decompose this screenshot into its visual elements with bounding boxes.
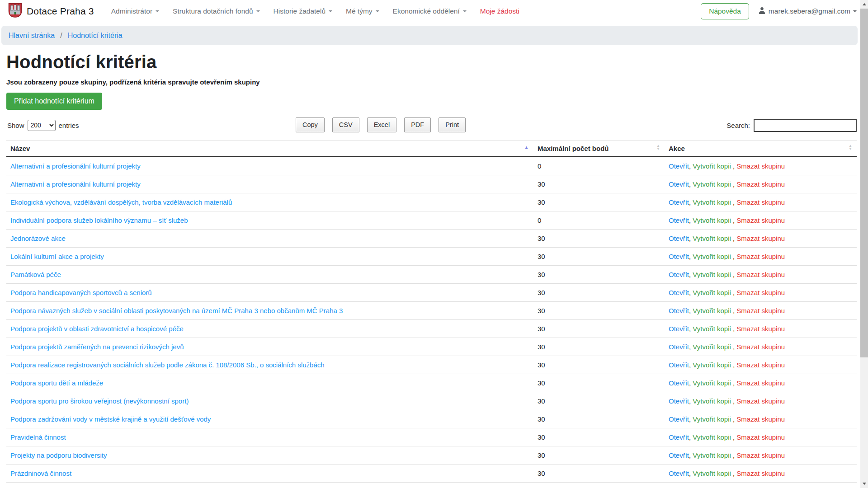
open-link[interactable]: Otevřít	[669, 361, 689, 369]
delete-group-link[interactable]: Smazat skupinu	[736, 289, 785, 296]
max-points-value: 30	[533, 193, 665, 211]
scroll-down-icon[interactable]	[860, 480, 868, 488]
open-link[interactable]: Otevřít	[669, 216, 689, 224]
create-copy-link[interactable]: Vytvořit kopii	[693, 307, 731, 314]
criterion-group-link[interactable]: Podpora projektů zaměřených na prevenci …	[10, 343, 184, 351]
criterion-group-link[interactable]: Podpora sportu dětí a mládeže	[10, 379, 103, 387]
create-copy-link[interactable]: Vytvořit kopii	[693, 180, 731, 188]
criterion-group-link[interactable]: Pravidelná činnost	[10, 433, 66, 441]
delete-group-link[interactable]: Smazat skupinu	[736, 361, 785, 369]
export-button[interactable]: Excel	[367, 117, 396, 132]
delete-group-link[interactable]: Smazat skupinu	[736, 271, 785, 278]
criterion-group-link[interactable]: Jednorázové akce	[10, 235, 66, 242]
scrollbar-thumb[interactable]	[860, 9, 868, 357]
criterion-group-link[interactable]: Projekty na podporu biodiversity	[10, 451, 107, 459]
open-link[interactable]: Otevřít	[669, 397, 689, 405]
create-copy-link[interactable]: Vytvořit kopii	[693, 415, 731, 423]
search-input[interactable]	[754, 119, 857, 132]
open-link[interactable]: Otevřít	[669, 271, 689, 278]
nav-dropdown-item[interactable]: Administrátor	[111, 7, 159, 15]
delete-group-link[interactable]: Smazat skupinu	[736, 469, 785, 477]
create-copy-link[interactable]: Vytvořit kopii	[693, 216, 731, 224]
delete-group-link[interactable]: Smazat skupinu	[736, 397, 785, 405]
export-button[interactable]: Copy	[296, 117, 325, 132]
open-link[interactable]: Otevřít	[669, 343, 689, 351]
create-copy-link[interactable]: Vytvořit kopii	[693, 397, 731, 405]
create-copy-link[interactable]: Vytvořit kopii	[693, 379, 731, 387]
delete-group-link[interactable]: Smazat skupinu	[736, 451, 785, 459]
create-copy-link[interactable]: Vytvořit kopii	[693, 271, 731, 278]
create-copy-link[interactable]: Vytvořit kopii	[693, 343, 731, 351]
criterion-group-link[interactable]: Alternativní a profesionální kulturní pr…	[10, 162, 141, 170]
nav-dropdown-item[interactable]: Struktura dotačních fondů	[173, 7, 260, 15]
open-link[interactable]: Otevřít	[669, 379, 689, 387]
criterion-group-link[interactable]: Prázdninová činnost	[10, 469, 71, 477]
open-link[interactable]: Otevřít	[669, 433, 689, 441]
open-link[interactable]: Otevřít	[669, 469, 689, 477]
nav-dropdown-item[interactable]: Historie žadatelů	[274, 7, 332, 15]
create-copy-link[interactable]: Vytvořit kopii	[693, 235, 731, 242]
criterion-group-link[interactable]: Podpora sportu pro širokou veřejnost (ne…	[10, 397, 189, 405]
column-header-nazev[interactable]: Název ▲	[6, 141, 533, 157]
user-menu[interactable]: marek.sebera@gmail.com	[758, 7, 857, 16]
criterion-group-link[interactable]: Podpora realizace registrovaných sociáln…	[10, 361, 325, 369]
column-header-akce[interactable]: Akce ▲▼	[665, 141, 857, 157]
nav-dropdown-item[interactable]: Ekonomické oddělení	[393, 7, 467, 15]
delete-group-link[interactable]: Smazat skupinu	[736, 180, 785, 188]
create-copy-link[interactable]: Vytvořit kopii	[693, 198, 731, 206]
scroll-up-icon[interactable]	[860, 0, 868, 8]
open-link[interactable]: Otevřít	[669, 235, 689, 242]
export-button[interactable]: Print	[439, 117, 466, 132]
breadcrumb-home-link[interactable]: Hlavní stránka	[9, 32, 55, 40]
delete-group-link[interactable]: Smazat skupinu	[736, 307, 785, 314]
scrollbar[interactable]	[860, 0, 868, 488]
open-link[interactable]: Otevřít	[669, 307, 689, 314]
create-copy-link[interactable]: Vytvořit kopii	[693, 469, 731, 477]
criterion-group-link[interactable]: Podpora handicapovaných sportovců a seni…	[10, 289, 152, 296]
open-link[interactable]: Otevřít	[669, 289, 689, 296]
delete-group-link[interactable]: Smazat skupinu	[736, 162, 785, 170]
delete-group-link[interactable]: Smazat skupinu	[736, 343, 785, 351]
nav-dropdown-item[interactable]: Mé týmy	[346, 7, 379, 15]
delete-group-link[interactable]: Smazat skupinu	[736, 415, 785, 423]
create-copy-link[interactable]: Vytvořit kopii	[693, 451, 731, 459]
criterion-group-link[interactable]: Lokální kulturní akce a projekty	[10, 253, 104, 260]
home-brand[interactable]: Dotace Praha 3	[8, 3, 94, 20]
criterion-group-link[interactable]: Alternativní a profesionální kulturní pr…	[10, 180, 141, 188]
open-link[interactable]: Otevřít	[669, 325, 689, 333]
delete-group-link[interactable]: Smazat skupinu	[736, 235, 785, 242]
export-button[interactable]: CSV	[332, 117, 359, 132]
delete-group-link[interactable]: Smazat skupinu	[736, 253, 785, 260]
create-copy-link[interactable]: Vytvořit kopii	[693, 433, 731, 441]
open-link[interactable]: Otevřít	[669, 180, 689, 188]
delete-group-link[interactable]: Smazat skupinu	[736, 433, 785, 441]
criterion-group-link[interactable]: Podpora návazných služeb v sociální obla…	[10, 307, 343, 314]
add-criterion-button[interactable]: Přidat hodnotící kritérium	[6, 93, 102, 110]
page-length-select[interactable]: 200	[28, 120, 56, 131]
criterion-group-link[interactable]: Podpora projektů v oblasti zdravotnictví…	[10, 325, 184, 333]
open-link[interactable]: Otevřít	[669, 162, 689, 170]
export-button[interactable]: PDF	[404, 117, 431, 132]
criterion-group-link[interactable]: Památková péče	[10, 271, 61, 278]
delete-group-link[interactable]: Smazat skupinu	[736, 198, 785, 206]
breadcrumb-current-link[interactable]: Hodnotící kritéria	[68, 32, 123, 40]
help-button[interactable]: Nápověda	[701, 3, 749, 19]
open-link[interactable]: Otevřít	[669, 451, 689, 459]
delete-group-link[interactable]: Smazat skupinu	[736, 379, 785, 387]
create-copy-link[interactable]: Vytvořit kopii	[693, 253, 731, 260]
column-header-max-points[interactable]: Maximální počet bodů ▲▼	[533, 141, 665, 157]
criterion-group-link[interactable]: Podpora zadržování vody v městské krajin…	[10, 415, 211, 423]
criterion-group-link[interactable]: Ekologická výchova, vzdělávání dospělých…	[10, 198, 232, 206]
create-copy-link[interactable]: Vytvořit kopii	[693, 162, 731, 170]
create-copy-link[interactable]: Vytvořit kopii	[693, 289, 731, 296]
delete-group-link[interactable]: Smazat skupinu	[736, 325, 785, 333]
open-link[interactable]: Otevřít	[669, 415, 689, 423]
nav-item-moje-zadosti[interactable]: Moje žádosti	[480, 7, 519, 15]
table-row: Podpora sportu dětí a mládeže 30 Otevřít…	[6, 374, 857, 392]
open-link[interactable]: Otevřít	[669, 198, 689, 206]
criterion-group-link[interactable]: Individuální podpora služeb lokálního vý…	[10, 216, 188, 224]
create-copy-link[interactable]: Vytvořit kopii	[693, 325, 731, 333]
open-link[interactable]: Otevřít	[669, 253, 689, 260]
delete-group-link[interactable]: Smazat skupinu	[736, 216, 785, 224]
create-copy-link[interactable]: Vytvořit kopii	[693, 361, 731, 369]
